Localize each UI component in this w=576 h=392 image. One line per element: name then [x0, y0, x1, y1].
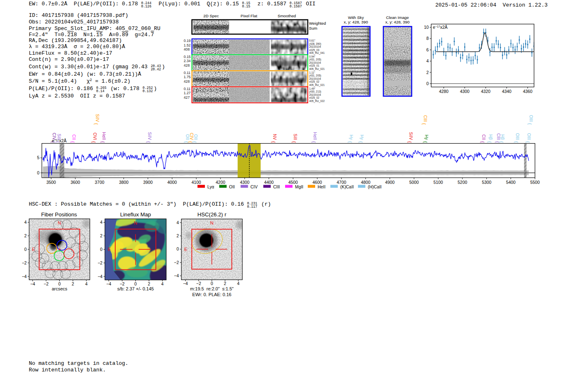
- svg-text:x, y: 428, 390: x, y: 428, 390: [386, 20, 410, 24]
- svg-text:−4: −4: [174, 274, 179, 278]
- svg-text:4: 4: [100, 220, 102, 225]
- svg-text:4300: 4300: [460, 89, 469, 94]
- svg-text:SiIV: SiIV: [95, 114, 100, 122]
- svg-text:OIII: OIII: [529, 115, 533, 122]
- svg-text:E: E: [32, 247, 35, 252]
- svg-text:−2: −2: [196, 281, 201, 286]
- svg-text:2025-01-05 22:06:04 Version 1: 2025-01-05 22:06:04 Version 1.22.3: [435, 2, 548, 8]
- svg-text:2.34: 2.34: [184, 59, 191, 63]
- svg-text:Cont(w) = 3.30(±0.01)e-17 (gma: Cont(w) = 3.30(±0.01)e-17 (gmag 20.43: [29, 64, 151, 70]
- svg-text:0.61": 0.61": [309, 39, 316, 42]
- svg-text:2: 2: [148, 282, 150, 286]
- svg-text:e−17x2Å: e−17x2Å: [433, 25, 448, 30]
- svg-text:EWr: 0. PLAE: 0.16: EWr: 0. PLAE: 0.16: [192, 292, 231, 297]
- svg-text:LyA z = 2.5530 OII z = 0.1587: LyA z = 2.5530 OII z = 0.1587: [29, 93, 125, 99]
- svg-text:OII: OII: [229, 185, 235, 189]
- svg-text:Weighted: Weighted: [309, 21, 326, 26]
- svg-text:CIII: CIII: [496, 133, 501, 140]
- svg-text:N: N: [210, 220, 214, 225]
- svg-text:{: {: [525, 141, 530, 143]
- svg-text:5300: 5300: [482, 180, 491, 185]
- svg-text:2: 2: [72, 282, 74, 286]
- svg-text:N: N: [58, 220, 61, 225]
- svg-text:2: 2: [426, 70, 429, 75]
- svg-text:4: 4: [85, 282, 88, 286]
- svg-text:Hβ: Hβ: [500, 135, 505, 140]
- svg-text:20220104: 20220104: [309, 93, 321, 96]
- svg-text:MgII: MgII: [295, 185, 303, 189]
- svg-text:20220104: 20220104: [309, 45, 321, 48]
- svg-text:−2: −2: [174, 260, 179, 265]
- svg-text:HSC(26.2) r: HSC(26.2) r: [197, 211, 227, 218]
- svg-text:0.126: 0.126: [141, 5, 151, 8]
- svg-text:4200: 4200: [216, 180, 225, 185]
- svg-text:4800: 4800: [361, 180, 370, 185]
- svg-text:(w: 0.178: (w: 0.178: [107, 86, 143, 92]
- svg-text:s/b: 2.37 +/- 0.145: s/b: 2.37 +/- 0.145: [117, 286, 154, 291]
- svg-text:4: 4: [177, 220, 179, 225]
- svg-text:427: 427: [184, 95, 190, 100]
- svg-text:CIII: CIII: [423, 115, 427, 122]
- svg-text:4500: 4500: [288, 180, 298, 185]
- svg-text:0: 0: [24, 247, 27, 252]
- svg-text:0.15: 0.15: [184, 55, 191, 59]
- svg-text:−2: −2: [44, 282, 49, 286]
- svg-text:5400: 5400: [506, 180, 516, 185]
- svg-text:CII: CII: [72, 135, 76, 140]
- svg-text:): ): [153, 86, 157, 92]
- svg-text:{: {: [56, 141, 60, 143]
- svg-text:Clean Image: Clean Image: [386, 15, 409, 20]
- svg-text:E: E: [184, 247, 187, 252]
- svg-text:405_RU_041: 405_RU_041: [309, 51, 325, 55]
- svg-text:{: {: [499, 141, 504, 143]
- svg-text:{: {: [192, 141, 197, 143]
- svg-text:λ = 4319.23Å σ = 2.00(±0.80)Å: λ = 4319.23Å σ = 2.00(±0.80)Å: [29, 44, 125, 50]
- svg-text:CIII: CIII: [273, 185, 280, 189]
- svg-text:1.52: 1.52: [184, 43, 191, 47]
- svg-text:OIII: OIII: [515, 133, 520, 140]
- svg-text:NV: NV: [272, 134, 277, 140]
- svg-text:2: 2: [224, 281, 226, 286]
- svg-text:0: 0: [135, 282, 137, 286]
- svg-text:{: {: [487, 141, 492, 143]
- svg-text:{: {: [423, 141, 428, 143]
- svg-text:(K)CaII: (K)CaII: [340, 185, 354, 189]
- svg-text:4: 4: [237, 281, 239, 286]
- svg-text:5: 5: [37, 155, 39, 160]
- svg-text:1.75: 1.75: [184, 75, 191, 79]
- svg-text:Lineflux Map: Lineflux Map: [120, 211, 151, 218]
- svg-text:Fiber Positions: Fiber Positions: [41, 211, 77, 218]
- svg-text:{: {: [358, 141, 363, 143]
- svg-text:4340: 4340: [502, 89, 511, 94]
- svg-text:8: 8: [426, 36, 429, 41]
- svg-text:Smoothed: Smoothed: [278, 14, 296, 18]
- svg-text:405_RU_021: 405_RU_021: [309, 67, 325, 71]
- svg-text:{: {: [311, 141, 316, 143]
- svg-text:{: {: [271, 141, 276, 143]
- svg-text:OII: OII: [303, 1, 316, 7]
- svg-text:CIV: CIV: [52, 133, 56, 140]
- svg-text:{: {: [70, 141, 75, 143]
- svg-text:Hy: Hy: [424, 135, 429, 140]
- svg-text:1.49": 1.49": [309, 87, 316, 90]
- svg-text:0.15: 0.15: [242, 5, 250, 8]
- svg-text:Row intentionally blank.: Row intentionally blank.: [29, 367, 106, 373]
- svg-text:4300: 4300: [240, 180, 249, 185]
- svg-text:F=2.4" T=0.218 N=1.15 A=0.8: F=2.4" T=0.218 N=1.15 A=0.89 g=24.7: [29, 32, 154, 38]
- svg-text:CIV: CIV: [189, 133, 194, 140]
- svg-text:2: 2: [100, 234, 102, 238]
- svg-text:Cont(n) = 2.90(±0.07)e-17: Cont(n) = 2.90(±0.07)e-17: [29, 56, 109, 63]
- svg-text:EW: 0.7±0.2Å P(LAE)/P(OII): 0: EW: 0.7±0.2Å P(LAE)/P(OII): 0.178: [29, 1, 141, 7]
- svg-text:x, y: 428, 390: x, y: 428, 390: [344, 20, 368, 24]
- svg-text:0: 0: [211, 281, 213, 286]
- svg-text:No matching targets in catalog: No matching targets in catalog.: [29, 360, 128, 366]
- svg-text:5100: 5100: [434, 180, 443, 185]
- svg-text:4600: 4600: [313, 180, 322, 185]
- svg-text:Primary Spec_Slot_IFU_AMP: 405: Primary Spec_Slot_IFU_AMP: 405_072_060_R…: [29, 26, 160, 32]
- svg-text:N: N: [134, 220, 137, 225]
- svg-text:arcsecs: arcsecs: [52, 286, 67, 291]
- svg-text:SiII: SiII: [57, 134, 61, 140]
- svg-text:0.94": 0.94": [309, 55, 316, 58]
- svg-text:0.11: 0.11: [184, 71, 190, 75]
- svg-text:4: 4: [426, 59, 429, 63]
